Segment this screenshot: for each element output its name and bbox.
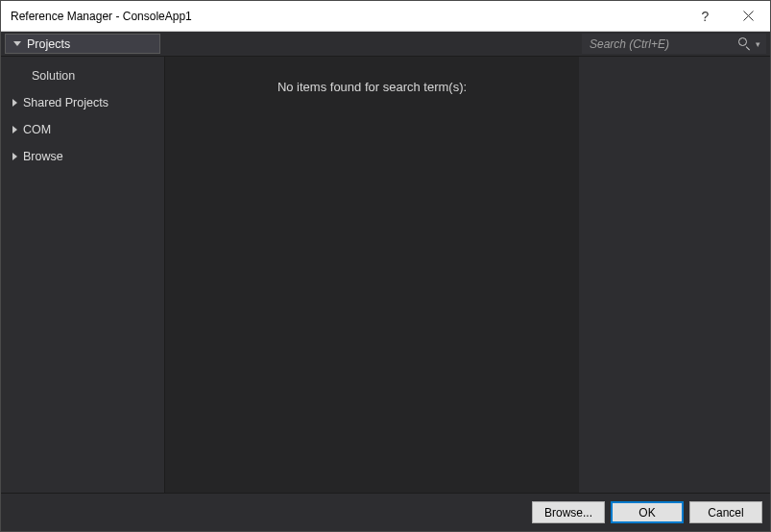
search-input[interactable] [590,37,735,51]
reference-manager-window: Reference Manager - ConsoleApp1 ? Projec… [0,0,771,532]
browse-button[interactable]: Browse... [532,501,605,523]
details-panel [579,57,770,493]
sidebar-item-shared-projects[interactable]: Shared Projects [1,89,164,116]
sidebar-item-label: Solution [32,69,75,83]
window-title: Reference Manager - ConsoleApp1 [1,10,684,23]
empty-message: No items found for search term(s): [277,80,467,493]
category-projects-selected[interactable]: Projects [5,34,160,54]
top-strip: Projects ▾ [1,32,770,57]
sidebar-item-browse[interactable]: Browse [1,143,164,170]
close-button[interactable] [727,1,770,31]
search-box[interactable]: ▾ [582,34,766,54]
sidebar-item-label: COM [23,123,51,136]
category-label: Projects [27,37,70,51]
expand-right-icon [12,99,17,107]
expand-right-icon [12,153,17,160]
cancel-button[interactable]: Cancel [689,501,762,523]
titlebar: Reference Manager - ConsoleApp1 ? [1,1,770,32]
content-panel: No items found for search term(s): [164,57,579,493]
sidebar: Solution Shared Projects COM Browse [1,57,164,493]
middle-area: Solution Shared Projects COM Browse No i… [1,57,770,493]
search-dropdown-icon[interactable]: ▾ [756,39,760,49]
sidebar-item-label: Shared Projects [23,96,108,109]
close-icon [743,11,754,21]
sidebar-item-com[interactable]: COM [1,116,164,143]
sidebar-sub-solution[interactable]: Solution [1,62,164,89]
ok-button[interactable]: OK [611,501,684,523]
expand-down-icon [13,41,21,46]
bottom-bar: Browse... OK Cancel [1,493,770,531]
search-icon[interactable] [738,37,752,51]
expand-right-icon [12,126,17,133]
help-button[interactable]: ? [684,1,727,31]
sidebar-item-label: Browse [23,150,63,163]
